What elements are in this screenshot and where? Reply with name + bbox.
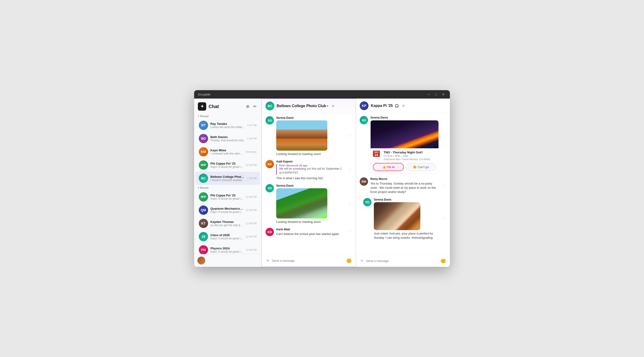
chat-name: Bellows College Photo Club — [210, 175, 245, 178]
quoted-message: Peter Westernik 2h ago We will be schedu… — [276, 164, 344, 175]
chat-info: Ray Tanaka Louisa will send the initial … — [210, 122, 245, 129]
cant-go-button[interactable]: 😑 Can't go — [406, 163, 436, 171]
compose-button[interactable]: ✏ — [252, 103, 258, 110]
message-input[interactable] — [366, 259, 438, 263]
message-content: Aadi Kapoor Peter Westernik 2h ago We wi… — [276, 160, 344, 180]
im-in-button[interactable]: 👍 I'm in — [373, 163, 404, 171]
chevron-down-icon: ▾ — [198, 115, 199, 117]
chat-info: Class of 2025 Kayo: It would be great to… — [210, 233, 244, 240]
maximize-button[interactable]: □ — [434, 92, 438, 97]
event-card: SEP 24 TNO - Thursday Night Out!! Fri 9/… — [370, 120, 439, 174]
chat-info: Kayden Thomas yo did you get the stat qu… — [210, 220, 244, 227]
message-text: Yes to Thursday. Sunday should be a no-p… — [370, 182, 439, 194]
chat-info: Beth Davies Thanks, that would be nice. — [210, 135, 245, 142]
close-button[interactable]: ✕ — [440, 92, 446, 97]
chat-name: Ray Tanaka — [210, 122, 245, 126]
like-button[interactable]: ♡ — [441, 216, 446, 222]
emoji-button[interactable]: 🙂 — [440, 258, 446, 264]
panel2-close-button[interactable]: ✕ — [401, 103, 406, 109]
chat-info: Bellows College Photo Club I haven't che… — [210, 175, 245, 182]
message-content: Serena Davis Just voted. And yes, your p… — [374, 198, 439, 240]
sender-avatar: KB — [266, 228, 274, 236]
chat-item-bellows-photo-club[interactable]: BC Bellows College Photo Club I haven't … — [196, 172, 260, 185]
avatar: BC — [199, 174, 208, 183]
chat-preview: Louisa will send the initial list o... — [210, 126, 245, 129]
message-content: Serena Davis SEP 24 — [370, 116, 439, 174]
event-name: TNO - Thursday Night Out!! — [384, 150, 430, 154]
chat-item-physics-202a[interactable]: PH Physics 202A Kayo: It would be great … — [196, 243, 260, 254]
panel1-input-row: + 🙂 — [262, 254, 356, 266]
recent-section-label: ▾ Recent — [194, 185, 261, 190]
chat-item-phi-cappa-pinned[interactable]: ΦΨ Phi Cappa Psi '23 Kayo: It would be g… — [196, 158, 260, 172]
chat-item-kayo-miwa[interactable]: KM Kayo Miwa I reviewed with the client … — [196, 145, 260, 158]
chat-item-kayden-thomas[interactable]: KT Kayden Thomas yo did you get the stat… — [196, 217, 260, 230]
titlebar-title: GroupMe — [198, 93, 210, 96]
chat-preview: Thanks, that would be nice. — [210, 139, 245, 142]
sidebar-footer — [194, 254, 261, 267]
message-text: Just voted. And yes, your place is perfe… — [374, 232, 439, 240]
current-user-avatar[interactable] — [198, 256, 205, 264]
sender-name: Remy Morris — [370, 177, 439, 180]
chat-name: Kayden Thomas — [210, 220, 244, 224]
sidebar-title: Chat — [208, 104, 243, 109]
quote-author: Peter Westernik 2h ago — [279, 164, 344, 167]
message-image — [276, 120, 327, 150]
like-button[interactable]: ♡ — [347, 230, 352, 235]
thumbs-up-icon: 👍 — [382, 165, 386, 169]
like-button[interactable]: ♡ — [347, 134, 352, 139]
message-group: AK Aadi Kapoor Peter Westernik 2h ago We… — [266, 160, 352, 180]
message-image — [276, 188, 327, 218]
chat-time: 12:00 PM — [246, 248, 257, 251]
message-input[interactable] — [272, 259, 344, 262]
message-content: Serena Davis Looking forward to meeting … — [276, 184, 344, 224]
chat-time: 12:00 PM — [246, 222, 257, 225]
pinned-section-label: ▾ Pinned — [194, 114, 261, 118]
event-card-body: SEP 24 TNO - Thursday Night Out!! Fri 9/… — [370, 148, 438, 174]
panel2-messages: SD Serena Davis SEP 24 — [356, 113, 450, 255]
like-button[interactable]: ♡ — [347, 168, 352, 173]
avatar: PH — [199, 245, 208, 254]
add-contacts-button[interactable]: ⊕ — [245, 103, 250, 110]
chevron-down-icon[interactable]: ▾ — [327, 104, 328, 108]
avatar: 25 — [199, 232, 208, 241]
app-logo: ✦ — [198, 102, 206, 111]
emoji-button[interactable]: 🙂 — [346, 258, 352, 264]
avatar: KT — [199, 219, 208, 228]
chat-preview: I reviewed with the client on... — [210, 152, 243, 155]
quote-text: We will be scheduling our first call for… — [279, 167, 344, 175]
chat-item-class-2025[interactable]: 25 Class of 2025 Kayo: It would be great… — [196, 230, 260, 243]
sender-avatar: SD — [266, 116, 274, 124]
avatar: ΦΨ — [199, 192, 208, 202]
minimize-button[interactable]: ─ — [426, 92, 431, 97]
chat-info: Kayo Miwa I reviewed with the client on.… — [210, 148, 243, 155]
like-button[interactable]: ♡ — [441, 142, 446, 148]
event-image — [370, 120, 438, 148]
panel-bellows-photo-club: BC Bellows College Photo Club ▾ ✕ SD Ser… — [262, 98, 356, 267]
attach-button[interactable]: + — [360, 257, 364, 264]
like-button[interactable]: ♡ — [347, 202, 352, 207]
message-text: Can't believe the school year has starte… — [276, 232, 344, 236]
sender-name: Serena Davis — [370, 116, 439, 119]
chat-item-phi-cappa-recent[interactable]: ΦΨ Phi Cappa Psi '23 Kayo: It would be g… — [196, 190, 260, 203]
chat-time: 12:00 PM — [246, 235, 257, 238]
chat-name: Physics 202A — [210, 246, 244, 250]
chat-item-quantum-mechanics[interactable]: QM Quantum Mechanics: Wav... Kayo: It wo… — [196, 204, 260, 216]
panel2-title: Kappa Pi '25 — [371, 104, 393, 108]
panel1-close-button[interactable]: ✕ — [330, 103, 336, 109]
message-text: This is what I saw this morning too! — [276, 176, 344, 180]
message-image — [374, 202, 420, 230]
message-group: SD Serena Davis SEP 24 — [360, 116, 446, 174]
sender-avatar: SD — [266, 184, 274, 192]
chat-item-ray-tanaka[interactable]: RT Ray Tanaka Louisa will send the initi… — [196, 119, 260, 132]
chat-item-beth-davies[interactable]: BD Beth Davies Thanks, that would be nic… — [196, 132, 260, 145]
message-group: SD Serena Davis Just voted. And yes, you… — [360, 198, 446, 240]
chat-name: Phi Cappa Psi '23 — [210, 194, 244, 197]
headphones-icon: 🎧 — [395, 104, 399, 108]
avatar: BD — [199, 134, 208, 143]
sidebar: ✦ Chat ⊕ ✏ ▾ Pinned RT Ray Tanaka — [194, 98, 262, 267]
message-group: RM Remy Morris Yes to Thursday. Sunday s… — [360, 177, 446, 194]
event-date-badge: SEP 24 — [373, 150, 380, 157]
like-button[interactable]: ♡ — [441, 183, 446, 188]
attach-button[interactable]: + — [266, 257, 270, 264]
sidebar-header: ✦ Chat ⊕ ✏ — [194, 98, 261, 114]
